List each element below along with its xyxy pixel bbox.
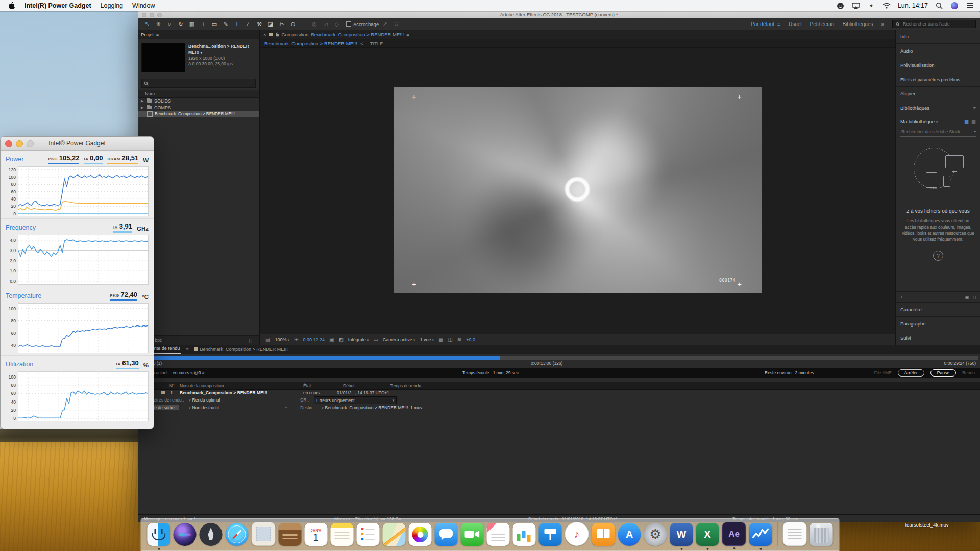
composition-panel-comp-name[interactable]: Benchmark_Composition > RENDER ME!!!	[311, 32, 404, 37]
corner-handle-top-right[interactable]: +	[737, 94, 742, 99]
dock-item-contacts[interactable]	[279, 523, 302, 546]
queue-panel-menu-icon[interactable]: ≡	[186, 347, 188, 352]
eraser-tool[interactable]: ◪	[265, 19, 276, 29]
dock-item-ibooks[interactable]	[592, 523, 615, 546]
sidebar-panel-previsualisation[interactable]: Prévisualisation	[896, 58, 980, 72]
minimize-button[interactable]	[16, 140, 23, 147]
selection-tool[interactable]: ↖	[142, 19, 152, 29]
fast-previews-icon[interactable]: ≋	[457, 337, 461, 342]
snapping-checkbox[interactable]	[346, 21, 351, 27]
library-dropdown[interactable]: Ma bibliothèque ▾	[900, 119, 938, 124]
dock-item-appstore[interactable]: A	[618, 523, 641, 546]
remove-output-icon[interactable]: –	[290, 405, 292, 410]
dock-item-news[interactable]	[487, 523, 510, 546]
corner-handle-bottom-right[interactable]: +	[737, 282, 742, 287]
sidebar-panel-bibliotheques[interactable]: Bibliothèques ≡	[896, 101, 980, 115]
queue-table-header[interactable]: N° Nom de la composition État Début Temp…	[138, 382, 980, 390]
apple-menu-icon[interactable]	[7, 2, 15, 10]
transparency-grid-icon[interactable]: ▦	[438, 337, 443, 342]
local-axis-mode-icon[interactable]: ◎	[309, 19, 320, 29]
dock-item-numbers[interactable]	[513, 523, 536, 546]
output-module-value[interactable]: ▾Non destructif	[189, 405, 219, 410]
hand-tool[interactable]: ✳	[153, 19, 163, 29]
help-icon[interactable]: ?	[933, 251, 943, 261]
queue-row-1[interactable]: 1 Benchmark_Composition > RENDER ME!!! e…	[138, 389, 980, 396]
puppet-pin-tool[interactable]: ⊙	[288, 19, 298, 29]
destination-value[interactable]: ▾Benchmark_Composition > RENDER ME!!!_1.…	[322, 405, 422, 410]
dock-item-after-effects[interactable]: Ae	[722, 522, 746, 546]
dock-item-notes[interactable]	[331, 523, 354, 546]
creative-cloud-icon[interactable]	[837, 2, 845, 10]
camera-tool[interactable]: ▦	[187, 19, 197, 29]
sidebar-panel-info[interactable]: Info	[896, 30, 980, 44]
dock-item-excel[interactable]: X	[696, 523, 719, 546]
menubar-menu-logging[interactable]: Logging	[101, 2, 124, 9]
sync-status-icon[interactable]: ◉	[965, 294, 969, 300]
ipg-titlebar[interactable]: Intel® Power Gadget	[1, 137, 154, 151]
workspace-overflow-icon[interactable]: »	[881, 21, 884, 27]
grid-view-icon[interactable]: ▦	[964, 119, 969, 124]
help-search-input[interactable]	[902, 21, 972, 27]
list-view-icon[interactable]: ▤	[971, 119, 976, 124]
ae-traffic-lights[interactable]	[142, 13, 162, 17]
dock-item-safari[interactable]	[226, 523, 249, 546]
dock-item-photos[interactable]	[409, 523, 432, 546]
workspace-tab-usuel[interactable]: Usuel	[789, 21, 802, 27]
delete-icon[interactable]: ▯	[973, 294, 976, 300]
panel-menu-icon[interactable]: ≡	[973, 105, 976, 111]
world-axis-mode-icon[interactable]: ⊿	[321, 19, 331, 29]
close-icon[interactable]: ×	[263, 32, 266, 37]
composition-panel-label[interactable]: Composition	[282, 32, 309, 37]
queue-ame-button[interactable]: File AME	[874, 370, 892, 375]
viewer-back-icon[interactable]: <	[360, 41, 363, 46]
dock-item-document[interactable]	[783, 522, 807, 546]
dock-item-intel-power-gadget[interactable]	[749, 523, 772, 546]
sidebar-panel-suivi[interactable]: Suivi	[896, 331, 980, 345]
wifi-icon[interactable]	[883, 2, 891, 10]
dock-item-mail[interactable]	[252, 522, 276, 546]
dock-item-itunes[interactable]: ♪	[565, 522, 589, 546]
workspace-tab-bibliotheques[interactable]: Bibliothèques	[842, 21, 873, 27]
dock-item-reminders[interactable]	[357, 523, 380, 546]
sidebar-panel-paragraphe[interactable]: Paragraphe	[896, 317, 980, 331]
project-row-solids[interactable]: ▶ SOLIDS	[138, 97, 259, 104]
shape-tool[interactable]: ▭	[209, 19, 219, 29]
adobe-stock-search-field[interactable]: ▾	[900, 129, 976, 137]
type-tool[interactable]: T	[232, 19, 242, 29]
spotlight-search-icon[interactable]	[935, 2, 943, 10]
resolution[interactable]: Intégrale▾	[348, 337, 369, 342]
workspace-menu-icon[interactable]: ≡	[777, 21, 780, 27]
project-search-field[interactable]	[141, 79, 256, 88]
menubar-menu-window[interactable]: Window	[132, 2, 155, 9]
workspace-tab-default[interactable]: Par défaut	[751, 21, 774, 27]
pan-behind-tool[interactable]: +	[198, 19, 208, 29]
project-tab[interactable]: Projet	[141, 32, 154, 37]
ae-titlebar[interactable]: Adobe After Effects CC 2018 - TESTCOMP (…	[138, 10, 980, 18]
dock-item-keynote[interactable]	[539, 523, 562, 546]
dock-item-system-preferences[interactable]: ⚙	[644, 523, 667, 546]
info-dropdown-icon[interactable]: ▾	[201, 51, 202, 54]
dock-item-calendar[interactable]: JANV1	[305, 523, 328, 546]
zoom-level[interactable]: 100%▾	[275, 337, 289, 342]
pixel-aspect-icon[interactable]: ◫	[448, 337, 452, 342]
render-button[interactable]: Rendu	[962, 370, 975, 375]
keyboard-brightness-icon[interactable]: ✦	[867, 2, 875, 10]
sidebar-panel-caractere[interactable]: Caractère	[896, 303, 980, 317]
dock-item-siri[interactable]	[174, 523, 197, 546]
roto-brush-tool[interactable]: ✂	[277, 19, 287, 29]
region-of-interest-icon[interactable]: ▭	[373, 337, 378, 342]
corner-handle-top-left[interactable]: +	[412, 94, 416, 99]
clone-stamp-tool[interactable]: ⚒	[254, 19, 264, 29]
grid-guides-icon[interactable]: ∷	[391, 19, 401, 29]
dock-item-trash[interactable]	[810, 523, 833, 546]
log-dropdown[interactable]: Erreurs uniquement ▾	[314, 396, 397, 404]
composition-panel-menu-icon[interactable]: ≡	[406, 32, 409, 37]
exposure[interactable]: +0,0	[466, 337, 475, 342]
camera[interactable]: Caméra active▾	[383, 337, 415, 342]
composition-viewer[interactable]: + + + + 000174	[260, 48, 895, 334]
adobe-stock-search-input[interactable]	[900, 129, 974, 135]
dock-item-finder[interactable]	[148, 523, 170, 546]
magnification-icon[interactable]: ▤	[265, 337, 270, 342]
dock-item-maps[interactable]	[383, 523, 406, 546]
dock-item-launchpad[interactable]	[200, 523, 223, 546]
